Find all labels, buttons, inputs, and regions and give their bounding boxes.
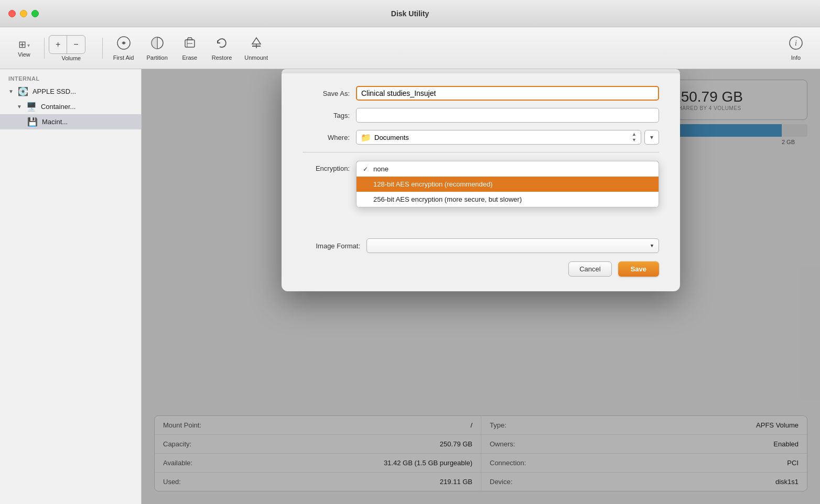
macint-label: Macint... (42, 118, 68, 126)
unmount-label: Unmount (244, 54, 268, 61)
sidebar: Internal ▼ 💽 APPLE SSD... ▼ 🖥️ Container… (0, 69, 142, 504)
where-expand-button[interactable]: ▾ (644, 130, 659, 145)
where-row: Where: 📁 Documents ▲ ▼ (303, 130, 659, 145)
save-dialog: Save As: Tags: Where: (282, 69, 680, 291)
image-format-row: Image Format: ▼ (303, 238, 659, 253)
where-label: Where: (303, 134, 350, 141)
dropdown-none-label: none (373, 165, 389, 173)
tags-label: Tags: (303, 112, 350, 119)
where-select[interactable]: 📁 Documents ▲ ▼ (356, 130, 641, 145)
where-stepper[interactable]: ▲ ▼ (632, 132, 636, 143)
info-label: Info (791, 54, 801, 61)
restore-label: Restore (212, 54, 232, 61)
image-format-dropdown-trigger[interactable]: ▼ (366, 238, 659, 253)
tags-row: Tags: (303, 108, 659, 123)
modal-overlay: Save As: Tags: Where: (142, 69, 820, 504)
content-area: 250.79 GB SHARED BY 4 VOLUMES 2 GB Mount… (142, 69, 820, 504)
where-value: Documents (374, 134, 409, 141)
encryption-dropdown-container: none ▼ ✓ none 1 (356, 161, 659, 176)
first-aid-label: First Aid (113, 54, 134, 61)
sidebar-section-internal: Internal (0, 73, 141, 84)
save-as-row: Save As: (303, 86, 659, 101)
erase-label: Erase (182, 54, 197, 61)
close-button[interactable] (8, 10, 16, 17)
sidebar-item-apple-ssd[interactable]: ▼ 💽 APPLE SSD... (0, 84, 141, 99)
apple-ssd-label: APPLE SSD... (33, 87, 76, 95)
modal-content: Save As: Tags: Where: (282, 73, 680, 291)
where-select-content: 📁 Documents (361, 133, 632, 143)
dropdown-item-none[interactable]: ✓ none (357, 161, 659, 177)
dropdown-item-128[interactable]: 128-bit AES encryption (recommended) (357, 177, 659, 192)
where-container: 📁 Documents ▲ ▼ ▾ (356, 130, 659, 145)
modal-buttons: Cancel Save (303, 261, 659, 277)
first-aid-icon (116, 36, 131, 53)
view-label: View (18, 51, 30, 58)
toolbar-item-info[interactable]: i Info (780, 32, 812, 64)
sidebar-item-macint[interactable]: 💾 Macint... (0, 114, 141, 129)
remove-volume-button[interactable]: − (67, 36, 84, 53)
window-title: Disk Utility (391, 9, 429, 18)
toolbar-divider-1 (44, 38, 45, 59)
restore-icon (214, 36, 229, 53)
window-controls (8, 10, 39, 17)
title-bar: Disk Utility (0, 0, 820, 27)
checkmark-icon: ✓ (363, 166, 370, 173)
add-volume-button[interactable]: + (49, 36, 67, 53)
chevron-down-icon: ▾ (650, 134, 653, 141)
toolbar: ⊞ ▾ View + − Volume First Aid (0, 27, 820, 69)
encryption-label: Encryption: (303, 165, 350, 172)
dropdown-128-label: 128-bit AES encryption (recommended) (373, 180, 493, 188)
toolbar-item-partition[interactable]: Partition (140, 32, 174, 64)
tags-input[interactable] (356, 108, 659, 123)
image-format-arrow-icon: ▼ (650, 243, 654, 248)
modal-top-bar (282, 69, 680, 73)
container-icon: 🖥️ (26, 102, 37, 112)
save-as-label: Save As: (303, 90, 350, 97)
folder-icon: 📁 (361, 133, 371, 143)
modal-separator (303, 152, 659, 152)
toolbar-item-first-aid[interactable]: First Aid (107, 32, 141, 64)
expand-icon: ▼ (8, 89, 14, 94)
view-icon: ⊞ ▾ (18, 39, 30, 50)
save-as-input[interactable] (356, 86, 659, 101)
minimize-button[interactable] (20, 10, 27, 17)
macint-icon: 💾 (27, 117, 38, 127)
save-button[interactable]: Save (618, 261, 659, 277)
encryption-row: Encryption: none ▼ ✓ none (303, 161, 659, 176)
image-format-label: Image Format: (303, 242, 360, 250)
maximize-button[interactable] (31, 10, 39, 17)
main-layout: Internal ▼ 💽 APPLE SSD... ▼ 🖥️ Container… (0, 69, 820, 504)
sidebar-item-container[interactable]: ▼ 🖥️ Container... (0, 99, 141, 114)
volume-label: Volume (61, 55, 81, 61)
toolbar-item-view[interactable]: ⊞ ▾ View (8, 36, 40, 61)
toolbar-item-restore[interactable]: Restore (206, 32, 239, 64)
partition-label: Partition (146, 54, 167, 61)
image-format-dropdown-container: ▼ (366, 238, 659, 253)
unmount-icon (249, 36, 264, 53)
encryption-dropdown-menu: ✓ none 128-bit AES encryption (recommend… (356, 161, 659, 207)
container-label: Container... (41, 103, 76, 111)
svg-point-1 (123, 42, 125, 44)
dropdown-256-label: 256-bit AES encryption (more secure, but… (373, 195, 522, 203)
toolbar-item-erase[interactable]: Erase (174, 32, 206, 64)
svg-text:i: i (795, 39, 797, 47)
toolbar-divider-2 (102, 38, 103, 59)
cancel-button[interactable]: Cancel (568, 261, 611, 277)
expand-icon-2: ▼ (17, 104, 22, 109)
info-icon: i (789, 36, 803, 53)
toolbar-item-unmount[interactable]: Unmount (238, 32, 274, 64)
volume-btn-group: + − (49, 35, 85, 54)
partition-icon (150, 36, 165, 53)
dropdown-item-256[interactable]: 256-bit AES encryption (more secure, but… (357, 192, 659, 207)
disk-icon: 💽 (18, 86, 28, 96)
erase-icon (182, 36, 197, 53)
